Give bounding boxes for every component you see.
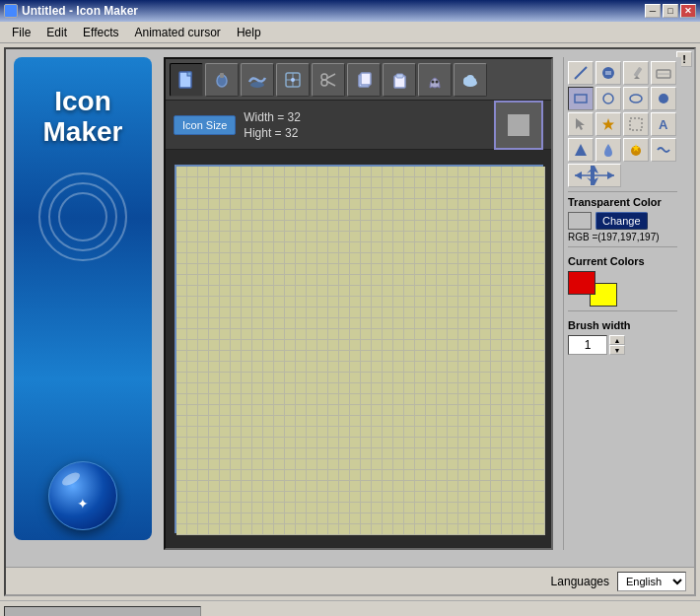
grid-cell[interactable] xyxy=(480,427,491,438)
grid-cell[interactable] xyxy=(426,503,437,513)
grid-cell[interactable] xyxy=(458,232,469,242)
grid-cell[interactable] xyxy=(524,286,534,297)
grid-cell[interactable] xyxy=(220,177,231,188)
grid-cell[interactable] xyxy=(296,264,307,275)
grid-cell[interactable] xyxy=(307,221,317,232)
grid-cell[interactable] xyxy=(426,167,437,177)
grid-cell[interactable] xyxy=(328,167,339,177)
grid-cell[interactable] xyxy=(437,351,448,362)
grid-cell[interactable] xyxy=(231,524,242,535)
grid-cell[interactable] xyxy=(252,210,263,221)
grid-cell[interactable] xyxy=(524,383,534,394)
transparent-swatch[interactable] xyxy=(568,212,592,230)
grid-cell[interactable] xyxy=(285,383,296,394)
grid-cell[interactable] xyxy=(383,438,393,448)
grid-cell[interactable] xyxy=(437,513,448,524)
grid-cell[interactable] xyxy=(187,264,198,275)
grid-cell[interactable] xyxy=(469,210,480,221)
grid-cell[interactable] xyxy=(469,221,480,232)
grid-cell[interactable] xyxy=(415,470,426,481)
grid-cell[interactable] xyxy=(242,242,252,253)
grid-cell[interactable] xyxy=(285,329,296,340)
grid-cell[interactable] xyxy=(458,427,469,438)
grid-cell[interactable] xyxy=(426,394,437,405)
grid-cell[interactable] xyxy=(502,318,513,329)
grid-cell[interactable] xyxy=(328,492,339,503)
grid-cell[interactable] xyxy=(209,405,220,416)
grid-cell[interactable] xyxy=(242,503,252,513)
grid-cell[interactable] xyxy=(437,167,448,177)
grid-cell[interactable] xyxy=(176,373,187,383)
grid-cell[interactable] xyxy=(274,524,285,535)
grid-cell[interactable] xyxy=(274,373,285,383)
grid-cell[interactable] xyxy=(198,242,209,253)
grid-cell[interactable] xyxy=(220,394,231,405)
grid-cell[interactable] xyxy=(480,362,491,373)
grid-cell[interactable] xyxy=(339,167,350,177)
grid-cell[interactable] xyxy=(383,373,393,383)
grid-cell[interactable] xyxy=(393,513,404,524)
grid-cell[interactable] xyxy=(361,177,372,188)
grid-cell[interactable] xyxy=(534,188,545,199)
grid-cell[interactable] xyxy=(426,221,437,232)
grid-cell[interactable] xyxy=(350,492,361,503)
grid-cell[interactable] xyxy=(458,405,469,416)
grid-cell[interactable] xyxy=(534,232,545,242)
grid-cell[interactable] xyxy=(274,329,285,340)
grid-cell[interactable] xyxy=(524,177,534,188)
grid-cell[interactable] xyxy=(383,167,393,177)
grid-cell[interactable] xyxy=(198,383,209,394)
grid-cell[interactable] xyxy=(339,286,350,297)
grid-cell[interactable] xyxy=(437,459,448,470)
grid-cell[interactable] xyxy=(393,275,404,286)
grid-cell[interactable] xyxy=(448,188,458,199)
grid-cell[interactable] xyxy=(491,297,502,308)
grid-cell[interactable] xyxy=(350,513,361,524)
grid-cell[interactable] xyxy=(361,210,372,221)
grid-cell[interactable] xyxy=(448,210,458,221)
grid-cell[interactable] xyxy=(469,329,480,340)
grid-cell[interactable] xyxy=(187,427,198,438)
grid-cell[interactable] xyxy=(328,286,339,297)
grid-cell[interactable] xyxy=(350,405,361,416)
grid-cell[interactable] xyxy=(524,329,534,340)
grid-cell[interactable] xyxy=(209,351,220,362)
grid-cell[interactable] xyxy=(361,199,372,210)
grid-cell[interactable] xyxy=(415,481,426,492)
grid-cell[interactable] xyxy=(415,503,426,513)
grid-cell[interactable] xyxy=(350,242,361,253)
grid-cell[interactable] xyxy=(242,286,252,297)
grid-cell[interactable] xyxy=(393,199,404,210)
grid-cell[interactable] xyxy=(339,318,350,329)
grid-cell[interactable] xyxy=(187,275,198,286)
grid-cell[interactable] xyxy=(372,481,383,492)
grid-cell[interactable] xyxy=(350,383,361,394)
grid-cell[interactable] xyxy=(252,448,263,459)
grid-cell[interactable] xyxy=(383,177,393,188)
grid-cell[interactable] xyxy=(176,351,187,362)
grid-cell[interactable] xyxy=(393,318,404,329)
grid-cell[interactable] xyxy=(296,297,307,308)
grid-cell[interactable] xyxy=(350,448,361,459)
grid-cell[interactable] xyxy=(372,275,383,286)
grid-cell[interactable] xyxy=(513,394,524,405)
grid-cell[interactable] xyxy=(198,513,209,524)
grid-cell[interactable] xyxy=(534,221,545,232)
grid-cell[interactable] xyxy=(231,362,242,373)
grid-cell[interactable] xyxy=(491,167,502,177)
grid-cell[interactable] xyxy=(448,394,458,405)
grid-cell[interactable] xyxy=(524,481,534,492)
grid-cell[interactable] xyxy=(426,459,437,470)
grid-cell[interactable] xyxy=(502,470,513,481)
grid-cell[interactable] xyxy=(296,513,307,524)
grid-cell[interactable] xyxy=(296,481,307,492)
grid-cell[interactable] xyxy=(176,242,187,253)
grid-cell[interactable] xyxy=(198,253,209,264)
grid-cell[interactable] xyxy=(285,177,296,188)
grid-cell[interactable] xyxy=(491,221,502,232)
grid-cell[interactable] xyxy=(415,459,426,470)
grid-cell[interactable] xyxy=(307,351,317,362)
grid-cell[interactable] xyxy=(372,242,383,253)
grid-cell[interactable] xyxy=(480,340,491,351)
grid-cell[interactable] xyxy=(513,416,524,427)
